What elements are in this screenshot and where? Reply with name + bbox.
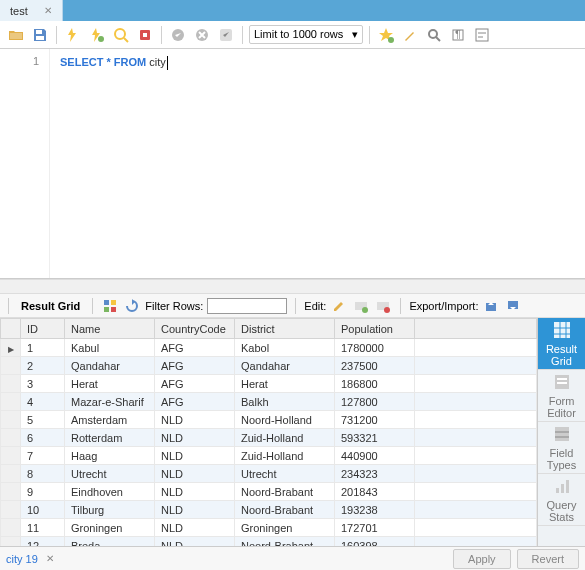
autocommit-icon[interactable]: [216, 25, 236, 45]
table-row[interactable]: 1KabulAFGKabol1780000: [1, 339, 537, 357]
revert-button[interactable]: Revert: [517, 549, 579, 569]
close-icon[interactable]: ✕: [46, 553, 54, 564]
cell-population[interactable]: 186800: [335, 375, 415, 393]
side-field-types[interactable]: Field Types: [538, 422, 586, 474]
row-header[interactable]: [1, 537, 21, 547]
code-area[interactable]: SELECT * FROM city: [50, 49, 585, 278]
table-row[interactable]: 9EindhovenNLDNoord-Brabant201843: [1, 483, 537, 501]
cell-population[interactable]: 234323: [335, 465, 415, 483]
cell-id[interactable]: 11: [21, 519, 65, 537]
open-file-icon[interactable]: [6, 25, 26, 45]
grid-view-icon[interactable]: [101, 297, 119, 315]
col-name[interactable]: Name: [65, 319, 155, 339]
cell-population[interactable]: 127800: [335, 393, 415, 411]
refresh-icon[interactable]: [123, 297, 141, 315]
add-row-icon[interactable]: [352, 297, 370, 315]
cell-district[interactable]: Utrecht: [235, 465, 335, 483]
cell-district[interactable]: Kabol: [235, 339, 335, 357]
filter-rows-input[interactable]: [207, 298, 287, 314]
execute-current-icon[interactable]: [87, 25, 107, 45]
commit-icon[interactable]: [168, 25, 188, 45]
cell-countrycode[interactable]: NLD: [155, 519, 235, 537]
delete-row-icon[interactable]: [374, 297, 392, 315]
cell-id[interactable]: 5: [21, 411, 65, 429]
row-header[interactable]: [1, 447, 21, 465]
save-icon[interactable]: [30, 25, 50, 45]
cell-district[interactable]: Qandahar: [235, 357, 335, 375]
rollback-icon[interactable]: [192, 25, 212, 45]
cell-district[interactable]: Zuid-Holland: [235, 429, 335, 447]
cell-countrycode[interactable]: AFG: [155, 339, 235, 357]
cell-countrycode[interactable]: NLD: [155, 411, 235, 429]
table-row[interactable]: 6RotterdamNLDZuid-Holland593321: [1, 429, 537, 447]
stop-icon[interactable]: [135, 25, 155, 45]
table-row[interactable]: 8UtrechtNLDUtrecht234323: [1, 465, 537, 483]
wrap-icon[interactable]: [472, 25, 492, 45]
cell-population[interactable]: 731200: [335, 411, 415, 429]
table-row[interactable]: 3HeratAFGHerat186800: [1, 375, 537, 393]
favorite-icon[interactable]: [376, 25, 396, 45]
cell-name[interactable]: Mazar-e-Sharif: [65, 393, 155, 411]
limit-rows-select[interactable]: Limit to 1000 rows ▾: [249, 25, 363, 44]
beautify-icon[interactable]: [400, 25, 420, 45]
cell-name[interactable]: Rotterdam: [65, 429, 155, 447]
cell-district[interactable]: Noord-Holland: [235, 411, 335, 429]
cell-district[interactable]: Noord-Brabant: [235, 501, 335, 519]
table-row[interactable]: 12BredaNLDNoord-Brabant160398: [1, 537, 537, 547]
row-header[interactable]: [1, 411, 21, 429]
table-row[interactable]: 5AmsterdamNLDNoord-Holland731200: [1, 411, 537, 429]
cell-id[interactable]: 1: [21, 339, 65, 357]
result-grid-container[interactable]: ID Name CountryCode District Population …: [0, 318, 537, 546]
row-header[interactable]: [1, 501, 21, 519]
cell-name[interactable]: Breda: [65, 537, 155, 547]
import-icon[interactable]: [504, 297, 522, 315]
cell-name[interactable]: Qandahar: [65, 357, 155, 375]
cell-name[interactable]: Amsterdam: [65, 411, 155, 429]
cell-id[interactable]: 12: [21, 537, 65, 547]
cell-countrycode[interactable]: AFG: [155, 357, 235, 375]
cell-id[interactable]: 8: [21, 465, 65, 483]
cell-population[interactable]: 201843: [335, 483, 415, 501]
cell-population[interactable]: 1780000: [335, 339, 415, 357]
row-header[interactable]: [1, 465, 21, 483]
find-icon[interactable]: [424, 25, 444, 45]
editor-horizontal-scrollbar[interactable]: [0, 279, 585, 294]
editor-tab-test[interactable]: test ✕: [0, 0, 63, 21]
cell-population[interactable]: 440900: [335, 447, 415, 465]
cell-name[interactable]: Utrecht: [65, 465, 155, 483]
cell-countrycode[interactable]: NLD: [155, 501, 235, 519]
table-row[interactable]: 2QandaharAFGQandahar237500: [1, 357, 537, 375]
cell-population[interactable]: 193238: [335, 501, 415, 519]
col-countrycode[interactable]: CountryCode: [155, 319, 235, 339]
col-population[interactable]: Population: [335, 319, 415, 339]
cell-countrycode[interactable]: NLD: [155, 537, 235, 547]
export-icon[interactable]: [482, 297, 500, 315]
table-row[interactable]: 7HaagNLDZuid-Holland440900: [1, 447, 537, 465]
side-result-grid[interactable]: Result Grid: [538, 318, 586, 370]
explain-icon[interactable]: [111, 25, 131, 45]
cell-countrycode[interactable]: NLD: [155, 447, 235, 465]
col-id[interactable]: ID: [21, 319, 65, 339]
cell-name[interactable]: Herat: [65, 375, 155, 393]
cell-id[interactable]: 3: [21, 375, 65, 393]
cell-countrycode[interactable]: AFG: [155, 393, 235, 411]
cell-district[interactable]: Noord-Brabant: [235, 483, 335, 501]
cell-countrycode[interactable]: NLD: [155, 483, 235, 501]
result-tab[interactable]: city 19 ✕: [6, 553, 54, 565]
row-header[interactable]: [1, 393, 21, 411]
cell-countrycode[interactable]: NLD: [155, 465, 235, 483]
cell-district[interactable]: Zuid-Holland: [235, 447, 335, 465]
cell-district[interactable]: Noord-Brabant: [235, 537, 335, 547]
cell-countrycode[interactable]: NLD: [155, 429, 235, 447]
cell-name[interactable]: Eindhoven: [65, 483, 155, 501]
cell-countrycode[interactable]: AFG: [155, 375, 235, 393]
table-row[interactable]: 11GroningenNLDGroningen172701: [1, 519, 537, 537]
cell-id[interactable]: 4: [21, 393, 65, 411]
row-header[interactable]: [1, 519, 21, 537]
cell-name[interactable]: Kabul: [65, 339, 155, 357]
cell-id[interactable]: 9: [21, 483, 65, 501]
cell-id[interactable]: 10: [21, 501, 65, 519]
cell-name[interactable]: Haag: [65, 447, 155, 465]
cell-population[interactable]: 160398: [335, 537, 415, 547]
apply-button[interactable]: Apply: [453, 549, 511, 569]
